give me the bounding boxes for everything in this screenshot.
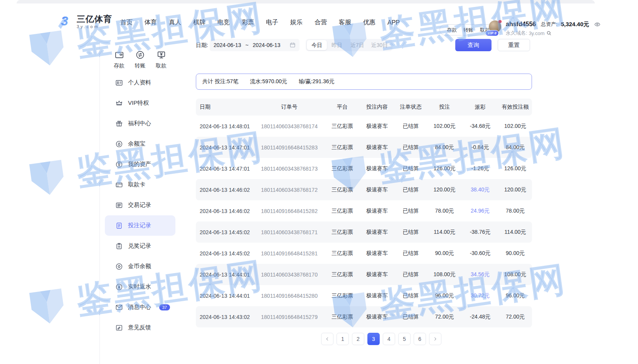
cell-order-no: 1801140916648415282 xyxy=(254,208,325,214)
brand-domain: 3y.com xyxy=(77,24,112,29)
sidebar-item-messages[interactable]: 消息中心37 xyxy=(105,297,175,317)
sidebar-item-feedback[interactable]: 意见反馈 xyxy=(105,317,175,338)
sidebar-item-bet-records[interactable]: 投注记录 xyxy=(105,215,175,236)
nav-item-sports[interactable]: 体育 xyxy=(145,18,157,27)
sidebar-item-label: 意见反馈 xyxy=(128,324,151,331)
chevron-right-icon xyxy=(433,336,438,342)
cell-status: 已结算 xyxy=(394,229,427,236)
date-quick-today[interactable]: 今日 xyxy=(307,40,327,50)
nav-item-entertainment[interactable]: 娱乐 xyxy=(290,18,303,27)
cell-date: 2024-06-13 14:47:01 xyxy=(196,166,254,172)
quick-transfer[interactable]: 转账 xyxy=(130,50,150,69)
transaction-list-icon xyxy=(115,201,123,209)
sidebar-item-yuebao[interactable]: 余额宝 xyxy=(105,134,175,154)
table-row: 2024-06-13 14:45:021801140916648415281三亿… xyxy=(196,243,532,264)
sidebar-item-withdraw-card[interactable]: 取款卡 xyxy=(105,174,175,195)
cell-status: 已结算 xyxy=(394,123,427,130)
column-header: 注单状态 xyxy=(394,104,427,111)
pagination-page-3[interactable]: 3 xyxy=(367,333,380,345)
cell-platform: 三亿彩票 xyxy=(325,250,360,257)
cell-order-no: 1801140916648415283 xyxy=(254,144,325,151)
date-quick-yesterday[interactable]: 昨日 xyxy=(327,40,347,50)
bet-records-table: 日期订单号平台投注内容注单状态投注派彩有效投注额 2024-06-13 14:4… xyxy=(196,99,532,327)
cell-platform: 三亿彩票 xyxy=(325,186,360,193)
date-range-input[interactable]: 2024-06-13 ~ 2024-06-13 xyxy=(210,39,300,51)
pagination-page-1[interactable]: 1 xyxy=(337,333,349,345)
pagination-page-2[interactable]: 2 xyxy=(352,333,364,345)
quick-transfer-label: 转账 xyxy=(130,62,150,69)
cell-order-no: 1801140603438768173 xyxy=(254,166,325,172)
nav-item-live-casino[interactable]: 真人 xyxy=(169,18,181,27)
cell-order-no: 1801140603438768172 xyxy=(254,187,325,193)
cell-platform: 三亿彩票 xyxy=(325,292,360,299)
cell-payout: -24.48元 xyxy=(462,314,498,320)
cell-payout: -0.84元 xyxy=(462,144,498,151)
header-deposit-link[interactable]: 存款 xyxy=(447,27,457,34)
sidebar-item-redeem-records[interactable]: 兑奖记录 xyxy=(105,236,175,256)
table-row: 2024-06-13 14:47:011801140916648415283三亿… xyxy=(196,137,532,158)
cell-order-no: 1801140916648415279 xyxy=(254,314,325,320)
transfer-icon xyxy=(135,50,145,60)
column-header: 日期 xyxy=(196,104,254,111)
sidebar-item-coin-balance[interactable]: 金币余额 xyxy=(105,256,175,277)
sidebar-item-label: 个人资料 xyxy=(128,79,151,86)
domain-value: 3y.com xyxy=(529,30,545,36)
header-transfer-link[interactable]: 转账 xyxy=(463,27,473,34)
table-row: 2024-06-13 14:47:011801140603438768173三亿… xyxy=(196,158,532,179)
date-quick-last7[interactable]: 近7日 xyxy=(347,40,368,50)
feedback-icon xyxy=(115,324,123,332)
nav-item-partner[interactable]: 合营 xyxy=(315,18,327,27)
quick-deposit[interactable]: 存款 xyxy=(109,50,129,69)
cell-valid-amount: 120.00元 xyxy=(498,186,532,193)
sidebar-item-vip[interactable]: VIP特权 xyxy=(105,93,175,113)
site-logo[interactable]: 3 三亿体育 3y.com xyxy=(56,13,112,30)
cell-platform: 三亿彩票 xyxy=(325,271,360,278)
cell-order-no: 1801140603438768171 xyxy=(254,229,325,235)
quick-withdraw[interactable]: 取款 xyxy=(151,50,171,69)
pagination-page-6[interactable]: 6 xyxy=(414,333,426,345)
yuebao-icon xyxy=(115,140,123,148)
assets-icon xyxy=(115,161,123,168)
pagination: 123456 xyxy=(213,333,549,345)
clipboard-icon xyxy=(115,242,123,250)
brand-mark-icon: 3 xyxy=(56,13,74,30)
gift-icon xyxy=(115,120,123,127)
pagination-prev[interactable] xyxy=(321,333,333,345)
nav-item-home[interactable]: 首页 xyxy=(120,18,133,27)
nav-item-esports[interactable]: 电竞 xyxy=(217,18,230,27)
sidebar-item-welfare[interactable]: 福利中心 xyxy=(105,113,175,134)
avatar[interactable]: VIP 0 xyxy=(489,20,501,33)
sidebar-item-label: 取款卡 xyxy=(128,181,145,188)
reset-button[interactable]: 重置 xyxy=(498,39,530,51)
search-icon[interactable] xyxy=(546,30,552,36)
pagination-page-4[interactable]: 4 xyxy=(383,333,395,345)
nav-item-promo[interactable]: 优惠 xyxy=(363,18,375,27)
nav-item-lottery[interactable]: 彩票 xyxy=(242,18,254,27)
sidebar: 存款转账取款 个人资料VIP特权福利中心余额宝我的资产取款卡交易记录投注记录兑奖… xyxy=(99,42,180,364)
cell-bet-amount: 90.00元 xyxy=(427,250,462,257)
cell-bet-amount: 108.00元 xyxy=(427,271,462,278)
nav-item-service[interactable]: 客服 xyxy=(339,18,351,27)
nav-item-app[interactable]: APP xyxy=(387,19,400,26)
cell-valid-amount: 90.00元 xyxy=(498,250,532,257)
cell-bet-amount: 72.00元 xyxy=(427,314,462,320)
cell-date: 2024-06-13 14:43:02 xyxy=(196,314,254,320)
sidebar-item-transactions[interactable]: 交易记录 xyxy=(105,195,175,215)
bank-card-icon xyxy=(115,181,123,189)
sidebar-item-assets[interactable]: 我的资产 xyxy=(105,154,175,174)
nav-item-chess[interactable]: 棋牌 xyxy=(193,18,205,27)
bet-record-icon xyxy=(115,222,123,230)
pagination-next[interactable] xyxy=(429,333,441,345)
cell-valid-amount: 114.00元 xyxy=(498,229,532,236)
sidebar-item-rebate[interactable]: 实时返水 xyxy=(105,277,175,297)
column-header: 投注 xyxy=(427,104,462,111)
sidebar-item-profile[interactable]: 个人资料 xyxy=(105,72,175,93)
cell-bet-content: 极速赛车 xyxy=(360,250,394,257)
column-header: 投注内容 xyxy=(360,104,394,111)
query-button[interactable]: 查询 xyxy=(455,39,492,51)
nav-item-slots[interactable]: 电子 xyxy=(266,18,278,27)
column-header: 订单号 xyxy=(254,104,325,111)
date-quick-last30[interactable]: 近30日 xyxy=(368,40,392,50)
eye-icon[interactable] xyxy=(594,21,601,28)
pagination-page-5[interactable]: 5 xyxy=(398,333,411,345)
